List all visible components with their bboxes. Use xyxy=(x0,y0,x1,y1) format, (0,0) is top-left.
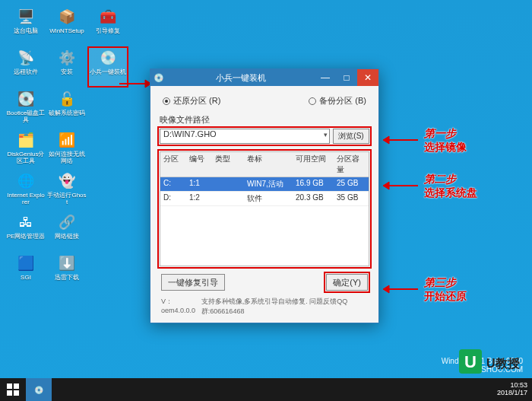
arrow-step2 xyxy=(382,180,420,192)
arrow-step1 xyxy=(382,134,420,146)
desktop-icon-blank1 xyxy=(88,88,128,128)
close-button[interactable]: ✕ xyxy=(357,69,378,86)
wifi-connect-icon: 📶 xyxy=(55,129,78,151)
start-button[interactable] xyxy=(0,378,26,401)
window-titlebar[interactable]: 💿 小兵一键装机 — □ ✕ xyxy=(150,69,378,86)
icon-label: DiskGenius分区工具 xyxy=(6,151,46,165)
svg-rect-13 xyxy=(7,390,12,396)
desktop-icon-winntsetup[interactable]: 📦WinNTSetup xyxy=(47,6,87,46)
support-label: 支持多种镜像,多系统引导自动修复. 问题反馈QQ群:606616468 xyxy=(201,297,368,317)
icon-label: 网络链接 xyxy=(55,233,79,240)
col-number: 编号 xyxy=(186,152,212,177)
desktop-icon-manual-ghost[interactable]: 👻手动运行Ghost xyxy=(47,170,87,210)
icon-label: WinNTSetup xyxy=(49,27,84,35)
desktop-icon-net-link[interactable]: 🔗网络链接 xyxy=(47,212,87,251)
ok-button[interactable]: 确定(Y) xyxy=(326,274,368,291)
boot-repair-icon: 🧰 xyxy=(97,6,119,27)
col-partition: 分区 xyxy=(160,152,186,177)
xiaobing-icon: 💿 xyxy=(97,47,119,68)
svg-marker-3 xyxy=(383,136,389,144)
crack-pwd-icon: 🔓 xyxy=(55,88,78,110)
window-title: 小兵一键装机 xyxy=(167,72,315,84)
table-row[interactable]: D:1:2软件20.3 GB35 GB xyxy=(160,192,369,206)
winntsetup-icon: 📦 xyxy=(55,6,78,27)
desktop-icon-xunlei[interactable]: ⬇️迅雷下载 xyxy=(47,253,87,292)
taskbar-clock[interactable]: 10:53 2018/1/17 xyxy=(492,382,532,397)
dropdown-icon[interactable]: ▾ xyxy=(324,131,328,138)
backup-radio[interactable]: 备份分区 (B) xyxy=(309,95,366,107)
restore-radio[interactable]: 还原分区 (R) xyxy=(163,95,220,107)
col-free: 可用空间 xyxy=(293,152,334,177)
table-header: 分区 编号 类型 卷标 可用空间 分区容量 xyxy=(160,152,369,177)
icon-label: Bootice磁盘工具 xyxy=(6,110,46,124)
windows-icon xyxy=(7,383,19,396)
desktop-icon-blank5 xyxy=(88,253,128,292)
browse-button[interactable]: 浏览(S) xyxy=(333,129,369,144)
col-cap: 分区容量 xyxy=(334,152,369,177)
manual-ghost-icon: 👻 xyxy=(55,170,78,192)
xunlei-icon: ⬇️ xyxy=(55,253,78,274)
desktop-icon-grid: 🖥️这台电脑📦WinNTSetup🧰引导修复📡远程软件⚙️安装💿小兵一键装机💽B… xyxy=(6,6,128,292)
this-pc-icon: 🖥️ xyxy=(14,6,37,27)
sgi-icon: 🟦 xyxy=(14,253,37,274)
net-link-icon: 🔗 xyxy=(55,212,78,233)
step1-label: 第一步选择镜像 xyxy=(424,126,467,154)
icon-label: SGI xyxy=(21,274,31,282)
desktop-icon-blank4 xyxy=(88,212,128,251)
desktop-icon-ie[interactable]: 🌐Internet Explorer xyxy=(6,170,46,210)
svg-rect-14 xyxy=(14,390,19,396)
image-path-label: 映像文件路径 xyxy=(160,114,369,126)
step3-label: 第三步开始还原 xyxy=(424,275,467,303)
version-label: V：oem4.0.0.0 xyxy=(161,297,201,317)
bootice-icon: 💽 xyxy=(14,88,37,110)
diskgenius-icon: 🗂️ xyxy=(14,129,37,151)
icon-label: 这台电脑 xyxy=(14,27,38,35)
restore-radio-label: 还原分区 (R) xyxy=(173,95,220,107)
step2-label: 第二步选择系统盘 xyxy=(424,172,477,199)
desktop-icon-remote-software[interactable]: 📡远程软件 xyxy=(6,47,46,87)
table-row[interactable]: C:1:1WIN7,活动16.9 GB25 GB xyxy=(160,177,369,192)
desktop-icon-wifi-connect[interactable]: 📶如何连接无线网络 xyxy=(47,129,87,169)
icon-label: PE网络管理器 xyxy=(7,233,46,240)
remote-software-icon: 📡 xyxy=(14,47,37,68)
minimize-button[interactable]: — xyxy=(315,69,336,86)
image-path-input[interactable]: D:\WIN7.GHO ▾ xyxy=(160,129,330,144)
arrow-icon-to-window xyxy=(118,76,151,91)
desktop-icon-sgi[interactable]: 🟦SGI xyxy=(6,253,46,292)
image-path-row: D:\WIN7.GHO ▾ 浏览(S) xyxy=(160,129,369,144)
radio-unselected-icon xyxy=(309,97,316,105)
maximize-button[interactable]: □ xyxy=(336,69,357,86)
desktop-icon-crack-pwd[interactable]: 🔓破解系统密码 xyxy=(47,88,87,128)
partition-table: 分区 编号 类型 卷标 可用空间 分区容量 C:1:1WIN7,活动16.9 G… xyxy=(160,151,369,266)
u-professor-logo: U U教授 xyxy=(459,345,527,378)
pe-net-icon: 🖧 xyxy=(14,212,37,233)
svg-rect-12 xyxy=(14,383,19,389)
icon-label: 引导修复 xyxy=(96,27,120,35)
desktop-icon-blank2 xyxy=(88,129,128,169)
icon-label: 手动运行Ghost xyxy=(47,192,87,206)
app-icon: 💿 xyxy=(150,73,167,83)
taskbar-app-installer[interactable]: 💿 xyxy=(26,378,52,401)
desktop-icon-diskgenius[interactable]: 🗂️DiskGenius分区工具 xyxy=(6,129,46,169)
desktop-icon-pe-net[interactable]: 🖧PE网络管理器 xyxy=(6,212,46,251)
svg-text:U: U xyxy=(464,352,477,371)
desktop-icon-this-pc[interactable]: 🖥️这台电脑 xyxy=(6,6,46,46)
svg-marker-7 xyxy=(383,285,389,293)
radio-selected-icon xyxy=(163,97,170,105)
backup-radio-label: 备份分区 (B) xyxy=(319,95,366,107)
repair-boot-button[interactable]: 一键修复引导 xyxy=(161,274,225,291)
desktop-icon-install[interactable]: ⚙️安装 xyxy=(47,47,87,87)
icon-label: 小兵一键装机 xyxy=(90,68,126,76)
col-volume: 卷标 xyxy=(244,152,293,177)
svg-text:U教授: U教授 xyxy=(486,357,520,370)
taskbar[interactable]: 💿 10:53 2018/1/17 xyxy=(0,378,532,401)
icon-label: 破解系统密码 xyxy=(49,110,85,117)
desktop-icon-blank3 xyxy=(88,170,128,210)
image-path-value: D:\WIN7.GHO xyxy=(163,129,217,138)
desktop-icon-bootice[interactable]: 💽Bootice磁盘工具 xyxy=(6,88,46,128)
icon-label: 远程软件 xyxy=(14,68,38,76)
installer-window: 💿 小兵一键装机 — □ ✕ 还原分区 (R) 备份分区 (B) 映像文件路径 xyxy=(150,68,379,323)
icon-label: 迅雷下载 xyxy=(55,274,79,282)
desktop-icon-boot-repair[interactable]: 🧰引导修复 xyxy=(88,6,128,46)
icon-label: 如何连接无线网络 xyxy=(47,151,87,165)
